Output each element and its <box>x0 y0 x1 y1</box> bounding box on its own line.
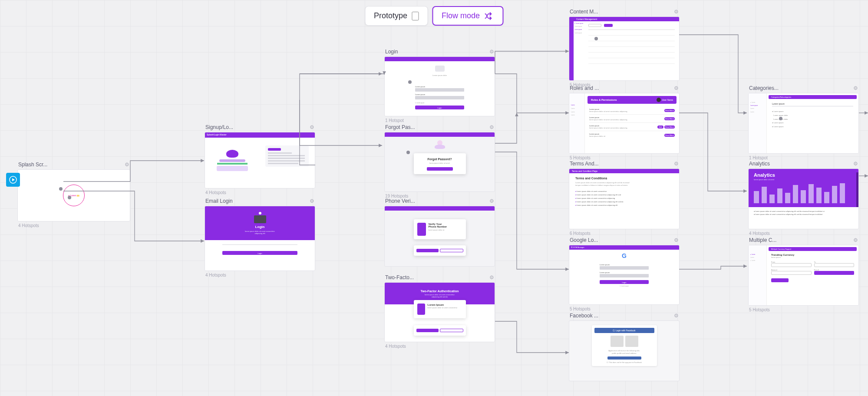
hotspot-count: 6 Hotspots <box>569 231 680 236</box>
node-multiple-currency[interactable]: Multiple C... ⚙ ▸ LoremLorem▸ Lorem Mult… <box>748 237 859 312</box>
flow-canvas[interactable]: Splash Scr... ⚙ ● Lorem ▮▮ 4 Hotspots Si… <box>0 0 868 396</box>
node-splash[interactable]: Splash Scr... ⚙ ● Lorem ▮▮ 4 Hotspots <box>17 162 130 228</box>
gear-icon[interactable]: ⚙ <box>489 124 494 130</box>
mode-toolbar: Prototype Flow mode <box>365 6 503 26</box>
node-email-login[interactable]: Email Login ⚙ Login lorem ipsum dolor si… <box>205 198 315 277</box>
gear-icon[interactable]: ⚙ <box>674 237 679 243</box>
node-analytics[interactable]: Analytics ⚙ Analytics lorem ipsum dolor … <box>748 161 859 236</box>
node-title: Phone Veri... <box>385 198 415 204</box>
node-signup[interactable]: Signup/Lo... ⚙ Splash/Login Master 4 Hot… <box>205 124 315 195</box>
gear-icon[interactable]: ⚙ <box>489 49 494 55</box>
hotspot-count: 1 Hotspot <box>384 118 495 123</box>
node-title: Signup/Lo... <box>205 124 233 130</box>
node-title: Email Login <box>205 198 233 204</box>
twofactor-header: Two-Factor Authentication <box>421 290 459 293</box>
node-two-factor[interactable]: Two-Facto... ⚙ Two-Factor Authentication… <box>384 274 495 349</box>
gear-icon[interactable]: ⚙ <box>310 198 314 204</box>
node-roles[interactable]: Roles and ... ⚙ LoremLoremLoremLorem Rol… <box>569 85 680 160</box>
gear-icon[interactable]: ⚙ <box>674 161 679 167</box>
hotspot-count: 5 Hotspots <box>569 307 680 311</box>
node-title: Multiple C... <box>749 237 776 243</box>
hotspot-count: 4 Hotspots <box>748 231 859 236</box>
hotspot-count: 4 Hotspots <box>17 223 130 228</box>
flow-icon <box>484 12 494 20</box>
node-title: Login <box>385 49 398 55</box>
prototype-label: Prototype <box>374 11 407 20</box>
gear-icon[interactable]: ⚙ <box>674 85 679 91</box>
node-title: Roles and ... <box>570 85 599 91</box>
hotspot-count: 4 Hotspots <box>205 190 315 195</box>
node-login[interactable]: Login ⚙ Lorem ipsum dolor Lorem ipsum Lo… <box>384 49 495 123</box>
gear-icon[interactable]: ⚙ <box>853 237 858 243</box>
terms-header: Terms and Condition Page <box>569 169 679 173</box>
login-heading: Login <box>255 225 265 229</box>
roles-header: Roles & Permissions <box>591 99 617 101</box>
hotspot-count: 5 Hotspots <box>748 307 859 312</box>
hotspot-count: 4 Hotspots <box>205 273 315 277</box>
gear-icon[interactable]: ⚙ <box>853 161 858 167</box>
node-categories[interactable]: Categories... ⚙ ▸ LoremLorem ipsumLoremL… <box>748 85 859 160</box>
node-terms[interactable]: Terms And... ⚙ Terms and Condition Page … <box>569 161 680 236</box>
node-google-login[interactable]: Google Lo... ⚙ ☰ GTM Manager G Lorem ips… <box>569 237 680 311</box>
node-title: Terms And... <box>570 161 599 167</box>
user-name: User Name <box>662 99 673 101</box>
node-title: Forgot Pas... <box>385 124 415 130</box>
node-title: Two-Facto... <box>385 274 414 280</box>
node-title: Splash Scr... <box>18 162 47 168</box>
gear-icon[interactable]: ⚙ <box>125 162 129 168</box>
hotspot-count: 4 Hotspots <box>384 344 495 349</box>
play-start-button[interactable] <box>6 173 20 187</box>
hotspot-count: 1 Hotspot <box>748 155 859 160</box>
gear-icon[interactable]: ⚙ <box>853 85 858 91</box>
node-facebook[interactable]: Facebook ... ⚙ ⓕ Login with Facebook App… <box>569 313 680 381</box>
google-login-btn: Login <box>600 280 649 284</box>
hotspot-count: 5 Hotspots <box>569 155 680 160</box>
verify-sub: Phone Number <box>429 225 462 228</box>
node-content-mgmt[interactable]: Content M... ⚙ Content Management <box>569 9 680 87</box>
node-forgot[interactable]: Forgot Pas... ⚙ Forgot Passord? lorem ip… <box>384 124 495 198</box>
flow-mode-label: Flow mode <box>442 11 480 20</box>
node-title: Google Lo... <box>570 237 598 243</box>
node-title: Content M... <box>570 9 598 15</box>
login-btn: Login <box>222 251 297 255</box>
gear-icon[interactable]: ⚙ <box>674 9 679 15</box>
flow-mode-button[interactable]: Flow mode <box>432 6 503 26</box>
device-icon <box>412 12 419 20</box>
gear-icon[interactable]: ⚙ <box>489 198 494 204</box>
node-phone-verify[interactable]: Phone Veri... ⚙ Verify Your Phone Number… <box>384 198 495 267</box>
node-title: Categories... <box>749 85 779 91</box>
twofactor-card: Lorem Ipsum <box>428 304 462 306</box>
forgot-title: Forgot Passord? <box>418 158 462 161</box>
gear-icon[interactable]: ⚙ <box>310 124 314 130</box>
analytics-header: Analytics <box>754 172 853 178</box>
node-title: Analytics <box>749 161 770 167</box>
login-btn: Login <box>415 106 464 109</box>
gear-icon[interactable]: ⚙ <box>674 313 679 319</box>
terms-title: Terms and Conditions <box>575 177 673 180</box>
prototype-button[interactable]: Prototype <box>365 6 428 26</box>
gear-icon[interactable]: ⚙ <box>489 274 494 280</box>
node-title: Facebook ... <box>570 313 598 319</box>
